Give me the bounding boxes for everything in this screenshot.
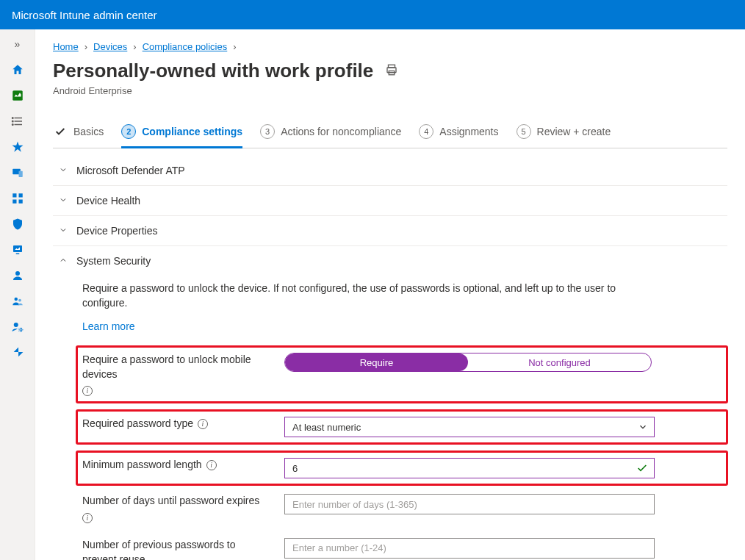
section-description: Require a password to unlock the device.… xyxy=(82,281,655,310)
highlight-require-password: Require a password to unlock mobile devi… xyxy=(76,345,728,403)
label-expire-days: Number of days until password expires i xyxy=(82,494,270,523)
svg-point-16 xyxy=(14,298,18,301)
breadcrumb-compliance[interactable]: Compliance policies xyxy=(143,41,228,52)
chevron-down-icon xyxy=(638,422,648,434)
toggle-require-password[interactable]: Require Not configured xyxy=(284,353,652,372)
breadcrumb-home[interactable]: Home xyxy=(53,41,79,52)
page-subtitle: Android Enterprise xyxy=(53,85,727,96)
toggle-option-require[interactable]: Require xyxy=(285,353,468,371)
tenant-admin-icon[interactable] xyxy=(11,320,24,336)
expand-sidebar-icon[interactable]: » xyxy=(15,35,21,53)
chevron-right-icon: › xyxy=(133,41,136,52)
info-icon[interactable]: i xyxy=(82,386,93,396)
info-icon[interactable]: i xyxy=(206,460,217,470)
main-content: Home › Devices › Compliance policies › P… xyxy=(35,29,745,560)
highlight-min-length: Minimum password length i 6 xyxy=(76,450,728,486)
svg-point-15 xyxy=(15,271,20,276)
svg-point-19 xyxy=(20,329,22,331)
devices-icon[interactable] xyxy=(11,166,24,182)
tab-assignments[interactable]: 4 Assignments xyxy=(419,117,498,148)
step-number: 3 xyxy=(260,124,275,139)
checkmark-icon xyxy=(53,124,68,139)
section-label: Device Health xyxy=(76,195,140,207)
svg-point-4 xyxy=(12,118,13,119)
section-label: Device Properties xyxy=(76,225,158,237)
settings-accordion: Microsoft Defender ATP Device Health Dev… xyxy=(53,156,727,560)
input-expire-days[interactable]: Enter number of days (1-365) xyxy=(284,494,655,514)
list-icon[interactable] xyxy=(11,115,24,130)
chevron-right-icon: › xyxy=(233,41,236,52)
print-icon[interactable] xyxy=(385,63,398,79)
learn-more-link[interactable]: Learn more xyxy=(82,320,135,332)
breadcrumb-devices[interactable]: Devices xyxy=(93,41,127,52)
section-defender-atp[interactable]: Microsoft Defender ATP xyxy=(53,156,727,185)
section-system-security[interactable]: System Security xyxy=(53,246,727,276)
svg-point-5 xyxy=(12,121,13,122)
dashboard-icon[interactable] xyxy=(11,89,24,104)
label-min-length: Minimum password length i xyxy=(82,458,270,473)
chevron-down-icon xyxy=(59,225,68,237)
tab-label: Compliance settings xyxy=(142,126,242,137)
section-device-health[interactable]: Device Health xyxy=(53,186,727,215)
step-number: 2 xyxy=(121,124,136,139)
section-label: System Security xyxy=(76,255,151,267)
select-value: At least numeric xyxy=(292,422,361,433)
svg-rect-14 xyxy=(15,254,19,255)
input-min-length[interactable]: 6 xyxy=(284,458,655,478)
reports-icon[interactable] xyxy=(11,243,24,259)
sidebar-nav: » xyxy=(0,29,35,560)
chevron-up-icon xyxy=(59,255,68,267)
home-icon[interactable] xyxy=(11,63,24,79)
tab-label: Actions for noncompliance xyxy=(281,126,401,137)
svg-rect-0 xyxy=(12,90,23,101)
troubleshoot-icon[interactable] xyxy=(11,346,24,362)
tab-review-create[interactable]: 5 Review + create xyxy=(517,117,611,148)
select-password-type[interactable]: At least numeric xyxy=(284,417,655,437)
svg-rect-10 xyxy=(18,193,22,197)
topbar: Microsoft Intune admin center xyxy=(0,0,745,29)
input-placeholder: Enter a number (1-24) xyxy=(292,542,386,553)
breadcrumb: Home › Devices › Compliance policies › xyxy=(53,41,727,52)
svg-point-17 xyxy=(18,299,21,302)
svg-rect-11 xyxy=(12,200,16,204)
chevron-right-icon: › xyxy=(84,41,87,52)
svg-rect-13 xyxy=(13,245,22,252)
checkmark-icon xyxy=(636,462,648,476)
favorites-icon[interactable] xyxy=(11,140,24,156)
tab-label: Basics xyxy=(73,126,104,137)
apps-icon[interactable] xyxy=(11,192,24,207)
highlight-password-type: Required password type i At least numeri… xyxy=(76,409,728,445)
wizard-tabs: Basics 2 Compliance settings 3 Actions f… xyxy=(53,117,727,148)
svg-rect-8 xyxy=(18,171,22,177)
system-security-body: Require a password to unlock the device.… xyxy=(53,276,727,560)
tab-compliance-settings[interactable]: 2 Compliance settings xyxy=(121,117,242,148)
tab-basics[interactable]: Basics xyxy=(53,117,104,148)
input-value: 6 xyxy=(292,463,298,474)
tab-label: Review + create xyxy=(537,126,611,137)
svg-rect-9 xyxy=(12,193,16,197)
page-title: Personally-owned with work profile xyxy=(53,60,373,82)
svg-rect-12 xyxy=(18,200,22,204)
app-title: Microsoft Intune admin center xyxy=(12,9,157,21)
section-device-properties[interactable]: Device Properties xyxy=(53,216,727,245)
info-icon[interactable]: i xyxy=(198,419,208,429)
svg-point-18 xyxy=(13,323,18,327)
info-icon[interactable]: i xyxy=(82,513,93,523)
label-password-type: Required password type i xyxy=(82,417,270,431)
chevron-down-icon xyxy=(59,165,68,176)
chevron-down-icon xyxy=(59,195,68,207)
step-number: 5 xyxy=(517,124,531,139)
tab-actions-noncompliance[interactable]: 3 Actions for noncompliance xyxy=(260,117,401,148)
step-number: 4 xyxy=(419,124,433,139)
input-placeholder: Enter number of days (1-365) xyxy=(292,499,417,510)
section-label: Microsoft Defender ATP xyxy=(76,165,185,176)
tab-label: Assignments xyxy=(439,126,498,137)
label-require-password: Require a password to unlock mobile devi… xyxy=(82,353,270,396)
label-previous-reuse: Number of previous passwords to prevent … xyxy=(82,538,270,560)
toggle-option-not-configured[interactable]: Not configured xyxy=(468,353,651,371)
groups-icon[interactable] xyxy=(11,295,24,310)
input-previous-reuse[interactable]: Enter a number (1-24) xyxy=(284,538,655,559)
endpoint-security-icon[interactable] xyxy=(11,218,24,233)
users-icon[interactable] xyxy=(11,269,24,284)
svg-point-6 xyxy=(12,124,13,126)
